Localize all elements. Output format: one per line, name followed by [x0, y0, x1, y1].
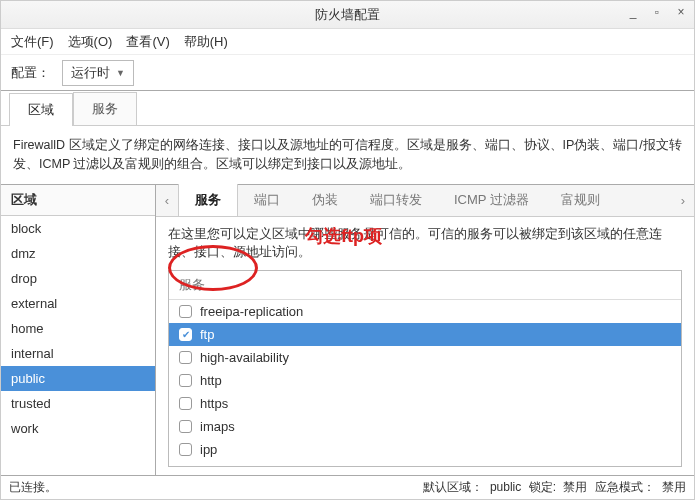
service-row-http[interactable]: http — [169, 369, 681, 392]
service-label: https — [200, 396, 228, 411]
service-label: http — [200, 373, 222, 388]
inner-tab-ICMP 过滤器[interactable]: ICMP 过滤器 — [438, 184, 545, 216]
config-bar: 配置： 运行时 ▼ — [1, 55, 694, 91]
inner-tabs: ‹ 服务端口伪装端口转发ICMP 过滤器富规则 › — [156, 185, 694, 217]
top-tabs: 区域 服务 — [1, 91, 694, 125]
zone-item-work[interactable]: work — [1, 416, 155, 441]
service-description: 在这里您可以定义区域中哪些服务是可信的。可信的服务可以被绑定到该区域的任意连接、… — [156, 217, 694, 271]
window-controls: _ ▫ × — [626, 5, 688, 19]
status-connection: 已连接。 — [9, 479, 57, 496]
service-row-ipp[interactable]: ipp — [169, 438, 681, 461]
zone-item-external[interactable]: external — [1, 291, 155, 316]
status-default-zone: public — [490, 480, 521, 494]
menu-help[interactable]: 帮助(H) — [184, 33, 228, 51]
service-row-ftp[interactable]: ✔ftp — [169, 323, 681, 346]
service-label: high-availability — [200, 350, 289, 365]
tabs-scroll-right[interactable]: › — [672, 193, 694, 208]
window-title: 防火墙配置 — [315, 6, 380, 24]
zone-item-home[interactable]: home — [1, 316, 155, 341]
tab-zones[interactable]: 区域 — [9, 93, 73, 126]
zone-item-dmz[interactable]: dmz — [1, 241, 155, 266]
zone-item-block[interactable]: block — [1, 216, 155, 241]
minimize-button[interactable]: _ — [626, 5, 640, 19]
main-split: 区域 blockdmzdropexternalhomeinternalpubli… — [1, 184, 694, 476]
service-label: imaps — [200, 419, 235, 434]
inner-tab-伪装[interactable]: 伪装 — [296, 184, 354, 216]
tabs-scroll-left[interactable]: ‹ — [156, 193, 178, 208]
status-lock-value: 禁用 — [563, 480, 587, 494]
inner-tab-端口[interactable]: 端口 — [238, 184, 296, 216]
config-dropdown[interactable]: 运行时 ▼ — [62, 60, 134, 86]
maximize-button[interactable]: ▫ — [650, 5, 664, 19]
zone-panel-header: 区域 — [1, 185, 155, 216]
service-label: freeipa-replication — [200, 304, 303, 319]
zone-item-trusted[interactable]: trusted — [1, 391, 155, 416]
zone-description: FirewallD 区域定义了绑定的网络连接、接口以及源地址的可信程度。区域是服… — [1, 125, 694, 184]
zone-list[interactable]: blockdmzdropexternalhomeinternalpublictr… — [1, 216, 155, 476]
zone-item-public[interactable]: public — [1, 366, 155, 391]
config-dropdown-value: 运行时 — [71, 64, 110, 82]
right-panel: ‹ 服务端口伪装端口转发ICMP 过滤器富规则 › 在这里您可以定义区域中哪些服… — [156, 185, 694, 476]
firewall-config-window: 防火墙配置 _ ▫ × 文件(F) 选项(O) 查看(V) 帮助(H) 配置： … — [0, 0, 695, 500]
menubar: 文件(F) 选项(O) 查看(V) 帮助(H) — [1, 29, 694, 55]
status-right: 默认区域： public 锁定: 禁用 应急模式： 禁用 — [419, 479, 686, 496]
service-label: ipp-client — [200, 465, 252, 466]
service-row-imaps[interactable]: imaps — [169, 415, 681, 438]
service-checkbox-high-availability[interactable] — [179, 351, 192, 364]
service-list[interactable]: freeipa-replication✔ftphigh-availability… — [169, 300, 681, 466]
service-checkbox-ipp[interactable] — [179, 443, 192, 456]
statusbar: 已连接。 默认区域： public 锁定: 禁用 应急模式： 禁用 — [1, 475, 694, 499]
service-row-high-availability[interactable]: high-availability — [169, 346, 681, 369]
service-label: ftp — [200, 327, 214, 342]
service-row-ipp-client[interactable]: ipp-client — [169, 461, 681, 466]
inner-tab-端口转发[interactable]: 端口转发 — [354, 184, 438, 216]
config-label: 配置： — [11, 64, 50, 82]
menu-view[interactable]: 查看(V) — [126, 33, 169, 51]
menu-options[interactable]: 选项(O) — [68, 33, 113, 51]
menu-file[interactable]: 文件(F) — [11, 33, 54, 51]
service-row-freeipa-replication[interactable]: freeipa-replication — [169, 300, 681, 323]
zone-panel: 区域 blockdmzdropexternalhomeinternalpubli… — [1, 185, 156, 476]
service-checkbox-https[interactable] — [179, 397, 192, 410]
titlebar: 防火墙配置 _ ▫ × — [1, 1, 694, 29]
status-lock-label: 锁定: — [529, 480, 556, 494]
service-checkbox-imaps[interactable] — [179, 420, 192, 433]
zone-item-drop[interactable]: drop — [1, 266, 155, 291]
tab-services[interactable]: 服务 — [73, 92, 137, 125]
close-button[interactable]: × — [674, 5, 688, 19]
service-checkbox-freeipa-replication[interactable] — [179, 305, 192, 318]
service-box: 服务 freeipa-replication✔ftphigh-availabil… — [168, 270, 682, 467]
chevron-down-icon: ▼ — [116, 68, 125, 78]
service-row-https[interactable]: https — [169, 392, 681, 415]
service-checkbox-http[interactable] — [179, 374, 192, 387]
status-panic-value: 禁用 — [662, 480, 686, 494]
service-label: ipp — [200, 442, 217, 457]
service-list-header: 服务 — [169, 271, 681, 300]
zone-item-internal[interactable]: internal — [1, 341, 155, 366]
status-panic-label: 应急模式： — [595, 480, 655, 494]
service-checkbox-ftp[interactable]: ✔ — [179, 328, 192, 341]
inner-tab-富规则[interactable]: 富规则 — [545, 184, 616, 216]
status-default-zone-label: 默认区域： — [423, 480, 483, 494]
inner-tab-服务[interactable]: 服务 — [178, 184, 238, 216]
